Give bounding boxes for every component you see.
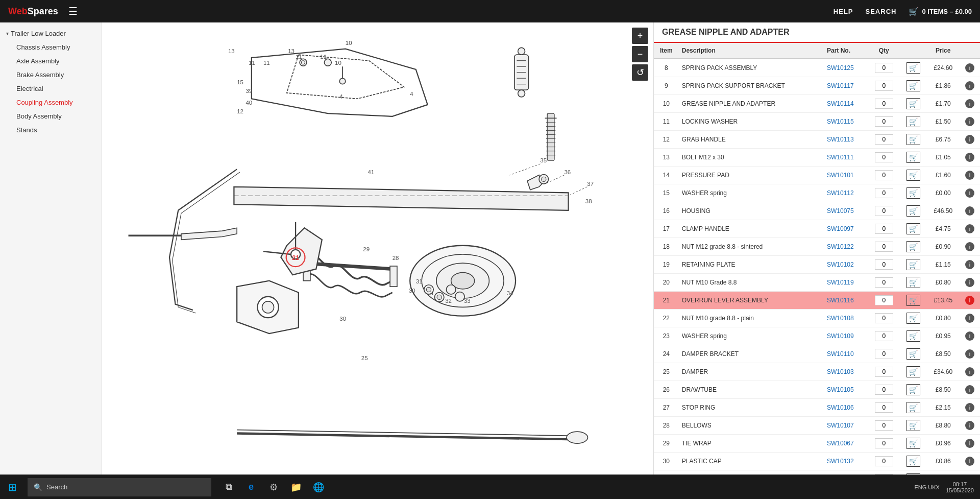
cell-info-20[interactable]: i (960, 417, 980, 435)
cell-cart-1[interactable]: 🛒 (900, 77, 927, 95)
info-button-8[interactable]: i (965, 206, 974, 216)
zoom-in-button[interactable]: + (632, 28, 648, 44)
sidebar-item-brake[interactable]: Brake Assembly (10, 68, 102, 82)
sidebar-item-stands[interactable]: Stands (10, 123, 102, 137)
add-to-cart-button-3[interactable]: 🛒 (906, 116, 920, 127)
cell-qty-4[interactable] (868, 131, 900, 149)
add-to-cart-button-2[interactable]: 🛒 (906, 98, 920, 109)
cell-info-10[interactable]: i (960, 238, 980, 256)
zoom-reset-button[interactable]: ↺ (632, 64, 648, 81)
logo[interactable]: WebSpares (8, 6, 58, 17)
qty-input-7[interactable] (875, 188, 893, 198)
zoom-out-button[interactable]: − (632, 46, 648, 62)
cell-qty-17[interactable] (868, 363, 900, 381)
cell-info-5[interactable]: i (960, 149, 980, 167)
cell-cart-0[interactable]: 🛒 (900, 59, 927, 77)
qty-input-19[interactable] (875, 402, 893, 413)
add-to-cart-button-7[interactable]: 🛒 (906, 187, 920, 199)
cell-cart-11[interactable]: 🛒 (900, 256, 927, 274)
cell-qty-11[interactable] (868, 256, 900, 274)
add-to-cart-button-1[interactable]: 🛒 (906, 80, 920, 91)
sidebar-item-chassis[interactable]: Chassis Assembly (10, 40, 102, 54)
cell-info-1[interactable]: i (960, 77, 980, 95)
add-to-cart-button-12[interactable]: 🛒 (906, 277, 920, 288)
cell-qty-2[interactable] (868, 95, 900, 113)
cell-info-23[interactable]: i (960, 470, 980, 475)
cell-qty-1[interactable] (868, 77, 900, 95)
info-button-0[interactable]: i (965, 63, 974, 73)
info-button-12[interactable]: i (965, 278, 974, 287)
add-to-cart-button-16[interactable]: 🛒 (906, 348, 920, 360)
cell-cart-16[interactable]: 🛒 (900, 345, 927, 363)
cell-cart-19[interactable]: 🛒 (900, 399, 927, 417)
cell-cart-2[interactable]: 🛒 (900, 95, 927, 113)
add-to-cart-button-17[interactable]: 🛒 (906, 366, 920, 377)
qty-input-8[interactable] (875, 206, 893, 216)
qty-input-13[interactable] (875, 295, 893, 305)
qty-input-21[interactable] (875, 438, 893, 448)
cell-qty-20[interactable] (868, 417, 900, 435)
add-to-cart-button-13[interactable]: 🛒 (906, 295, 920, 306)
cell-cart-4[interactable]: 🛒 (900, 131, 927, 149)
info-button-5[interactable]: i (965, 153, 974, 162)
qty-input-14[interactable] (875, 313, 893, 323)
add-to-cart-button-0[interactable]: 🛒 (906, 62, 920, 74)
cell-qty-13[interactable] (868, 292, 900, 310)
add-to-cart-button-20[interactable]: 🛒 (906, 420, 920, 431)
taskbar-icon-settings[interactable]: ⚙ (263, 477, 284, 497)
info-button-20[interactable]: i (965, 421, 974, 430)
cell-info-13[interactable]: i (960, 292, 980, 310)
taskbar-icon-edge[interactable]: e (241, 477, 261, 497)
cell-cart-21[interactable]: 🛒 (900, 435, 927, 453)
cell-info-6[interactable]: i (960, 167, 980, 184)
cell-info-17[interactable]: i (960, 363, 980, 381)
add-to-cart-button-11[interactable]: 🛒 (906, 259, 920, 270)
add-to-cart-button-10[interactable]: 🛒 (906, 241, 920, 252)
info-button-14[interactable]: i (965, 314, 974, 323)
add-to-cart-button-18[interactable]: 🛒 (906, 384, 920, 395)
add-to-cart-button-5[interactable]: 🛒 (906, 152, 920, 163)
taskbar-icon-folder[interactable]: 📁 (286, 477, 306, 497)
info-button-19[interactable]: i (965, 403, 974, 412)
qty-input-0[interactable] (875, 63, 893, 73)
cell-qty-15[interactable] (868, 327, 900, 345)
parts-table-wrap[interactable]: Item Description Part No. Qty Price 8 SP… (654, 43, 980, 474)
cell-info-4[interactable]: i (960, 131, 980, 149)
cell-qty-14[interactable] (868, 310, 900, 327)
add-to-cart-button-9[interactable]: 🛒 (906, 223, 920, 234)
help-link[interactable]: HELP (834, 8, 853, 15)
cell-cart-10[interactable]: 🛒 (900, 238, 927, 256)
cell-cart-14[interactable]: 🛒 (900, 310, 927, 327)
cell-qty-19[interactable] (868, 399, 900, 417)
cell-cart-12[interactable]: 🛒 (900, 274, 927, 292)
cell-info-8[interactable]: i (960, 202, 980, 220)
cell-info-9[interactable]: i (960, 220, 980, 238)
cell-cart-18[interactable]: 🛒 (900, 381, 927, 399)
cell-qty-21[interactable] (868, 435, 900, 453)
info-button-10[interactable]: i (965, 242, 974, 251)
cell-cart-8[interactable]: 🛒 (900, 202, 927, 220)
info-button-6[interactable]: i (965, 171, 974, 180)
info-button-7[interactable]: i (965, 188, 974, 198)
info-button-13[interactable]: i (965, 296, 974, 305)
cell-cart-3[interactable]: 🛒 (900, 113, 927, 131)
cell-info-7[interactable]: i (960, 184, 980, 202)
cell-qty-9[interactable] (868, 220, 900, 238)
add-to-cart-button-8[interactable]: 🛒 (906, 205, 920, 217)
info-button-4[interactable]: i (965, 135, 974, 144)
cell-qty-16[interactable] (868, 345, 900, 363)
cart-link[interactable]: 🛒 0 ITEMS – £0.00 (909, 7, 972, 16)
cell-qty-8[interactable] (868, 202, 900, 220)
search-link[interactable]: SEARCH (866, 8, 897, 15)
info-button-21[interactable]: i (965, 439, 974, 448)
sidebar-item-coupling[interactable]: Coupling Assembly (10, 96, 102, 109)
qty-input-5[interactable] (875, 152, 893, 162)
cell-qty-22[interactable] (868, 453, 900, 470)
info-button-17[interactable]: i (965, 367, 974, 376)
taskbar-icon-task-view[interactable]: ⧉ (218, 477, 239, 497)
cell-qty-23[interactable] (868, 470, 900, 475)
add-to-cart-button-22[interactable]: 🛒 (906, 456, 920, 467)
cell-qty-18[interactable] (868, 381, 900, 399)
info-button-15[interactable]: i (965, 331, 974, 341)
cell-cart-7[interactable]: 🛒 (900, 184, 927, 202)
